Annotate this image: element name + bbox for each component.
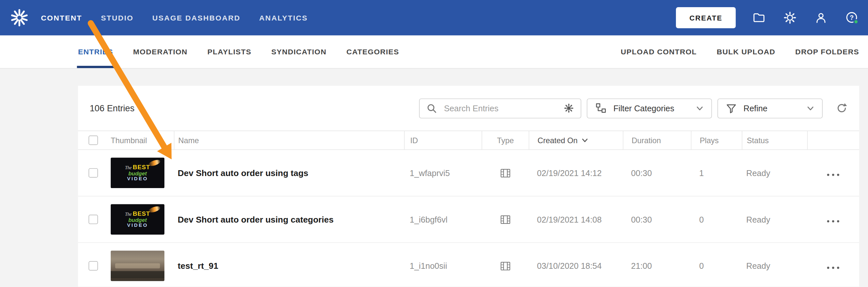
col-thumbnail: Thumbnail xyxy=(102,131,174,149)
ellipsis-icon xyxy=(826,261,841,271)
entry-status: Ready xyxy=(742,196,807,243)
link-upload-control[interactable]: UPLOAD CONTROL xyxy=(621,47,697,56)
help-icon: ? xyxy=(845,11,859,24)
table-body: The BEST budget VIDEO Dev Short auto ord… xyxy=(78,150,859,287)
thumb-text: budget xyxy=(128,170,147,177)
tab-moderation[interactable]: MODERATION xyxy=(133,35,188,68)
thumb-text: budget xyxy=(128,217,147,223)
user-icon xyxy=(814,11,828,24)
search-icon xyxy=(426,102,437,114)
col-created-on-label: Created On xyxy=(537,136,578,145)
kaltura-logo[interactable] xyxy=(10,8,29,27)
refresh-button[interactable] xyxy=(836,102,847,114)
row-checkbox[interactable] xyxy=(89,261,98,271)
refine-dropdown[interactable]: Refine xyxy=(718,98,823,118)
row-checkbox[interactable] xyxy=(89,168,98,178)
link-drop-folders[interactable]: DROP FOLDERS xyxy=(796,47,859,56)
video-type-icon xyxy=(500,215,510,224)
chevron-down-icon xyxy=(696,104,704,112)
comet-graphic xyxy=(148,205,161,214)
thumb-text: VIDEO xyxy=(127,177,148,182)
entry-duration: 21:00 xyxy=(623,243,691,286)
account-button[interactable] xyxy=(814,11,828,24)
entry-name[interactable]: Dev Short auto order using categories xyxy=(174,196,404,243)
help-button[interactable]: ? xyxy=(845,11,859,24)
filter-categories-dropdown[interactable]: Filter Categories xyxy=(587,98,712,118)
search-settings-button[interactable] xyxy=(564,103,574,113)
entry-name[interactable]: Dev Short auto order using tags xyxy=(174,150,404,196)
entry-type-cell xyxy=(482,196,529,243)
tab-categories[interactable]: CATEGORIES xyxy=(346,35,399,68)
row-actions-button[interactable] xyxy=(807,243,859,286)
toolbar-controls: Filter Categories Refine xyxy=(419,98,847,118)
entry-thumbnail[interactable] xyxy=(111,251,164,281)
folders-button[interactable] xyxy=(752,11,766,24)
thumbnail-cell: The BEST budget VIDEO xyxy=(102,196,174,243)
topbar-right-cluster: CREATE xyxy=(676,7,868,28)
tab-entries[interactable]: ENTRIES xyxy=(78,35,113,68)
entry-id: 1_wfaprvi5 xyxy=(404,150,482,196)
topnav-item-content[interactable]: CONTENT xyxy=(41,14,82,22)
thumbnail-cell: The BEST budget VIDEO xyxy=(102,150,174,196)
ellipsis-icon xyxy=(826,168,841,178)
funnel-icon xyxy=(726,102,737,114)
col-actions xyxy=(807,131,859,149)
tab-syndication[interactable]: SYNDICATION xyxy=(271,35,327,68)
row-checkbox-cell xyxy=(78,196,102,243)
entries-count: 106 Entries xyxy=(90,103,134,113)
refresh-icon xyxy=(836,102,847,114)
entry-thumbnail[interactable]: The BEST budget VIDEO xyxy=(111,204,164,234)
col-type: Type xyxy=(482,131,529,149)
link-bulk-upload[interactable]: BULK UPLOAD xyxy=(717,47,775,56)
topnav-item-studio[interactable]: STUDIO xyxy=(101,14,133,22)
comet-graphic xyxy=(148,159,161,167)
col-id: ID xyxy=(404,131,482,149)
entry-id: 1_i6bgf6vl xyxy=(404,196,482,243)
entry-type-cell xyxy=(482,243,529,286)
row-checkbox-cell xyxy=(78,150,102,196)
svg-text:?: ? xyxy=(850,14,854,21)
create-button[interactable]: CREATE xyxy=(676,7,736,28)
settings-button[interactable] xyxy=(783,11,797,24)
topnav-item-analytics[interactable]: ANALYTICS xyxy=(259,14,308,22)
table-header: Thumbnail Name ID Type Created On Durati… xyxy=(78,130,859,150)
entry-thumbnail[interactable]: The BEST budget VIDEO xyxy=(111,158,164,188)
search-box[interactable] xyxy=(419,98,581,118)
entry-name[interactable]: test_rt_91 xyxy=(174,243,404,286)
entry-id: 1_i1no0sii xyxy=(404,243,482,286)
entry-status: Ready xyxy=(742,150,807,196)
sort-desc-icon xyxy=(582,138,588,143)
entry-type-cell xyxy=(482,150,529,196)
chevron-down-icon xyxy=(806,104,814,112)
col-created-on[interactable]: Created On xyxy=(529,131,623,149)
topnav-item-usage-dashboard[interactable]: USAGE DASHBOARD xyxy=(152,14,240,22)
refine-label: Refine xyxy=(744,103,768,113)
categories-tree-icon xyxy=(595,102,607,114)
entry-created-on: 02/19/2021 14:12 xyxy=(529,150,623,196)
search-input[interactable] xyxy=(443,103,564,113)
col-status: Status xyxy=(742,131,807,149)
col-plays: Plays xyxy=(691,131,742,149)
select-all-checkbox[interactable] xyxy=(89,136,98,145)
content-subnav: ENTRIES MODERATION PLAYLISTS SYNDICATION… xyxy=(0,35,868,69)
table-row[interactable]: test_rt_91 1_i1no0sii 03/10/2020 18:54 2… xyxy=(78,243,859,286)
table-row[interactable]: The BEST budget VIDEO Dev Short auto ord… xyxy=(78,150,859,196)
thumb-text: VIDEO xyxy=(127,223,148,228)
table-row[interactable]: The BEST budget VIDEO Dev Short auto ord… xyxy=(78,196,859,243)
thumb-text: BEST xyxy=(133,164,150,171)
row-actions-button[interactable] xyxy=(807,196,859,243)
col-name: Name xyxy=(174,131,404,149)
entries-toolbar: 106 Entries xyxy=(78,86,859,131)
row-checkbox[interactable] xyxy=(89,215,98,224)
ellipsis-icon xyxy=(826,215,841,224)
row-actions-button[interactable] xyxy=(807,150,859,196)
entries-card: 106 Entries xyxy=(78,86,859,287)
subnav-right-links: UPLOAD CONTROL BULK UPLOAD DROP FOLDERS xyxy=(601,35,868,68)
thumbnail-cell xyxy=(102,243,174,286)
entry-duration: 00:30 xyxy=(623,196,691,243)
tab-playlists[interactable]: PLAYLISTS xyxy=(207,35,251,68)
entry-status: Ready xyxy=(742,243,807,286)
entry-created-on: 03/10/2020 18:54 xyxy=(529,243,623,286)
video-type-icon xyxy=(500,261,510,270)
thumb-text: BEST xyxy=(133,210,150,217)
